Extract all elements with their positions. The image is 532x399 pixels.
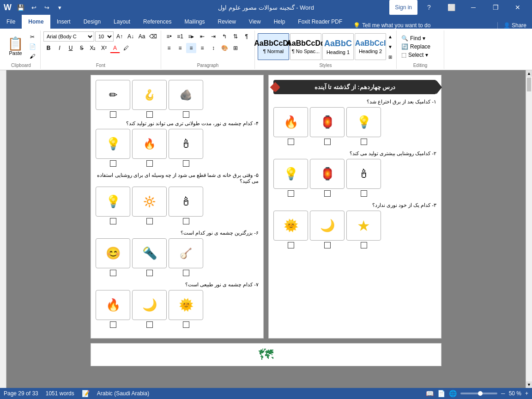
numbered-list-btn[interactable]: ≡1 [175,31,185,42]
view-web-btn[interactable]: 🌐 [449,390,457,397]
strikethrough-btn[interactable]: S̶ [77,43,87,53]
format-painter-button[interactable]: 🖌 [27,52,37,61]
zoom-plus[interactable]: + [525,390,528,397]
rtl-btn[interactable]: ↰ [219,31,230,42]
q4-cb-3[interactable] [110,160,116,167]
italic-button[interactable]: I [54,43,65,53]
decrease-font-btn[interactable]: A↓ [126,31,136,42]
increase-font-btn[interactable]: A↑ [115,31,125,42]
q1r-cb-1[interactable] [361,139,367,145]
tab-layout[interactable]: Layout [107,15,137,29]
zoom-slider[interactable] [460,393,497,394]
q3r-cb-3[interactable] [288,242,294,248]
scroll-track[interactable] [526,77,532,381]
sort-btn[interactable]: ⇅ [230,31,241,42]
font-size-select[interactable]: 10 [95,31,114,42]
q5-cb-3[interactable] [110,218,116,224]
zoom-thumb[interactable] [478,391,483,396]
share-button[interactable]: 👤 Share [497,22,532,29]
view-read-btn[interactable]: 📖 [426,390,434,397]
multilevel-list-btn[interactable]: ≡▸ [186,31,196,42]
style-normal[interactable]: AaBbCcDd ¶ Normal [258,33,289,60]
q4-cb-1[interactable] [183,160,189,167]
style-h1[interactable]: AaBbC Heading 1 [322,33,354,60]
scroll-down-btn[interactable]: ▼ [387,43,393,50]
scroll-up-arrow[interactable]: ▲ [526,70,532,77]
text-color-btn[interactable]: A [110,43,120,53]
scroll-up-btn[interactable]: ▲ [387,33,393,40]
bullet-list-btn[interactable]: ≡• [164,31,174,42]
align-left-btn[interactable]: ≡ [164,43,174,53]
tab-mailings[interactable]: Mailings [178,15,211,29]
replace-button[interactable]: 🔄 Replace [399,43,441,50]
customize-btn[interactable]: ▾ [54,2,65,13]
style-h2[interactable]: AaBbCcI Heading 2 [355,33,386,60]
tab-home[interactable]: Home [22,15,50,29]
borders-btn[interactable]: ⊞ [230,43,241,53]
q1r-cb-3[interactable] [288,139,294,145]
change-case-btn[interactable]: Aа [137,31,147,42]
tab-insert[interactable]: Insert [50,15,77,29]
q6-cb-2[interactable] [146,270,153,276]
tell-me-input[interactable]: 💡 Tell me what you want to do [349,22,497,29]
tab-review[interactable]: Review [211,15,242,29]
q7-cb-3[interactable] [110,321,116,328]
underline-button[interactable]: U [66,43,76,53]
select-dropdown[interactable]: ▾ [425,52,428,58]
redo-btn[interactable]: ↪ [41,2,52,13]
q4-cb-2[interactable] [146,160,153,167]
tab-foxit[interactable]: Foxit Reader PDF [291,15,349,29]
copy-button[interactable]: 📄 [27,42,37,51]
prev-cb-3[interactable] [110,111,116,118]
paste-button[interactable]: 📋 Paste [5,36,26,58]
ribbon-display-btn[interactable]: ⬜ [441,0,462,15]
find-button[interactable]: 🔍 Find ▾ [399,35,441,42]
q5-cb-2[interactable] [146,218,153,224]
q1r-cb-2[interactable] [324,139,331,145]
cut-button[interactable]: ✂ [27,32,37,42]
find-dropdown[interactable]: ▾ [423,35,425,42]
view-print-btn[interactable]: 📄 [437,390,445,397]
help-icon[interactable]: ? [418,0,440,15]
bold-button[interactable]: B [43,43,54,53]
zoom-minus[interactable]: ─ [501,390,505,397]
q2r-cb-2[interactable] [324,190,331,197]
select-button[interactable]: ⬚ Select ▾ [399,51,441,59]
scroll-down-arrow[interactable]: ▼ [526,381,532,388]
show-para-btn[interactable]: ¶ [242,31,252,42]
shading-btn[interactable]: 🎨 [219,43,230,53]
restore-button[interactable]: ❐ [485,0,506,15]
font-name-select[interactable]: Arial (Body C [43,31,94,42]
line-spacing-btn[interactable]: ↕ [208,43,218,53]
q6-cb-1[interactable] [183,270,189,276]
q6-cb-3[interactable] [110,270,116,276]
style-nospace[interactable]: AaBbCcDd ¶ No Spac... [290,33,321,60]
align-right-btn[interactable]: ≡ [186,43,196,53]
q3r-cb-1[interactable] [361,242,367,248]
tab-references[interactable]: References [137,15,178,29]
undo-btn[interactable]: ↩ [28,2,39,13]
decrease-indent-btn[interactable]: ⇤ [197,31,207,42]
increase-indent-btn[interactable]: ⇥ [208,31,218,42]
align-center-btn[interactable]: ≡ [175,43,185,53]
close-button[interactable]: ✕ [507,0,528,15]
prev-cb-1[interactable] [183,111,189,118]
styles-more-btn[interactable]: ⊞ [387,54,393,60]
tab-help[interactable]: Help [267,15,292,29]
tab-design[interactable]: Design [77,15,107,29]
language-info[interactable]: Arabic (Saudi Arabia) [97,390,149,397]
prev-cb-2[interactable] [146,111,153,118]
q5-cb-1[interactable] [183,218,189,224]
clear-format-btn[interactable]: ⌫ [148,31,158,42]
q2r-cb-1[interactable] [361,190,367,197]
superscript-btn[interactable]: X² [99,43,109,53]
minimize-button[interactable]: ─ [463,0,484,15]
tab-file[interactable]: File [0,15,22,29]
proofing-icon[interactable]: 📝 [82,390,90,397]
highlight-btn[interactable]: 🖊 [121,43,131,53]
signin-button[interactable]: Sign in [389,0,417,15]
subscript-btn[interactable]: X₂ [88,43,98,53]
q3r-cb-2[interactable] [324,242,331,248]
tab-view[interactable]: View [242,15,267,29]
q2r-cb-3[interactable] [288,190,294,197]
